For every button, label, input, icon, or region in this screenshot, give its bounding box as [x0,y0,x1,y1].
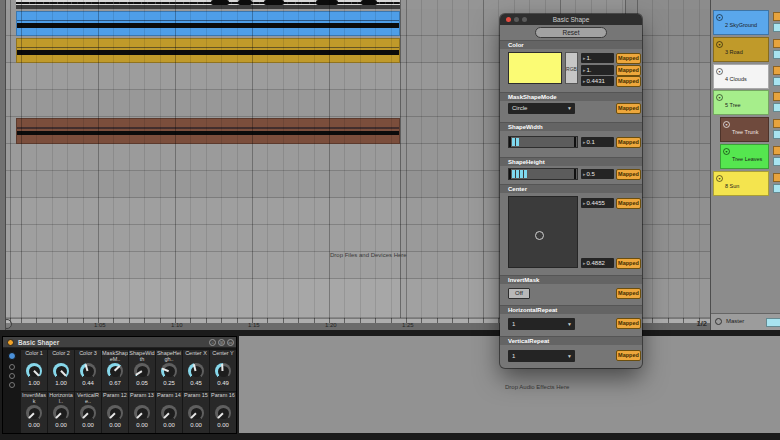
horizontal-repeat-dropdown[interactable]: 1▼ [508,318,575,330]
center-x-field[interactable]: ▸0.4455 [581,198,614,208]
mapped-button[interactable]: Mapped [616,76,641,87]
mapped-button[interactable]: Mapped [616,318,641,329]
track-header-tree-leaves[interactable]: ▾Tree Leaves [711,144,780,170]
master-pan-box[interactable] [766,318,780,327]
knob-horizontal-repeat[interactable]: Horizontal..0.00 [48,392,74,433]
knob-shape-width[interactable]: ShapeWidth0.05 [129,350,155,391]
track-fold-icon[interactable]: ▾ [723,148,730,155]
shape-height-field[interactable]: ▸0.5 [581,169,614,179]
knob-dial[interactable] [107,405,123,421]
audio-clip-tree-trunk[interactable] [16,118,400,144]
knob-param-16[interactable]: Param 160.00 [210,392,236,433]
track-pan-box[interactable] [773,50,780,59]
track-fold-icon[interactable]: ▾ [716,175,723,182]
track-pan-box[interactable] [773,130,780,139]
rgb-mode-bar[interactable]: RGB [565,52,578,84]
param-bank-icon[interactable] [9,382,15,388]
mapped-button[interactable]: Mapped [616,53,641,64]
knob-dial[interactable] [188,363,204,379]
plugin-title-bar[interactable]: Basic Shape [500,14,642,25]
device-fold-icon[interactable]: ▭ [227,339,234,346]
device-save-icon[interactable]: ◎ [218,339,225,346]
mapped-button[interactable]: Mapped [616,137,641,148]
track-fold-icon[interactable]: ▾ [716,14,723,21]
device-hotswap-icon[interactable]: ○ [209,339,216,346]
track-header-sun[interactable]: ▾8 Sun [711,171,780,197]
device-title-bar[interactable]: Basic Shaper ○ ◎ ▭ [3,337,236,348]
knob-dial[interactable] [215,363,231,379]
track-header-road[interactable]: ▾3 Road [711,37,780,63]
device-activator-icon[interactable] [7,339,14,346]
knob-color-3[interactable]: Color 30.44 [75,350,101,391]
shape-width-field[interactable]: ▸0.1 [581,137,614,147]
knob-param-14[interactable]: Param 140.00 [156,392,182,433]
waveform-overview[interactable] [16,0,400,9]
track-pan-box[interactable] [773,103,780,112]
mapped-button[interactable]: Mapped [616,288,641,299]
center-xy-pad[interactable] [508,196,578,268]
knob-dial[interactable] [161,363,177,379]
knob-dial[interactable] [134,363,150,379]
track-volume-box[interactable] [773,66,780,75]
audio-clip-road[interactable] [16,38,400,63]
track-volume-box[interactable] [773,39,780,48]
mapped-button[interactable]: Mapped [616,103,641,114]
color-g-field[interactable]: ▸1. [581,65,614,75]
invert-mask-toggle[interactable]: Off [508,288,530,299]
mapped-button[interactable]: Mapped [616,258,641,269]
master-track-header[interactable]: Master [711,313,780,330]
vertical-repeat-dropdown[interactable]: 1▼ [508,350,575,362]
track-volume-box[interactable] [773,119,780,128]
xy-position-marker[interactable] [535,231,544,240]
track-volume-box[interactable] [773,12,780,21]
knob-vertical-repeat[interactable]: VerticalRe..0.00 [75,392,101,433]
mapped-button[interactable]: Mapped [616,65,641,76]
knob-dial[interactable] [26,405,42,421]
track-header-tree-trunk[interactable]: ▾Tree Trunk [711,117,780,143]
knob-invert-mask[interactable]: InvertMask0.00 [21,392,47,433]
track-fold-icon[interactable]: ▾ [716,41,723,48]
knob-dial[interactable] [26,363,42,379]
track-fold-icon[interactable]: ▾ [716,94,723,101]
track-fold-icon[interactable]: ▾ [716,68,723,75]
knob-dial[interactable] [161,405,177,421]
shape-width-slider[interactable] [508,136,578,148]
knob-color-2[interactable]: Color 21.00 [48,350,74,391]
knob-dial[interactable] [215,405,231,421]
knob-param-15[interactable]: Param 150.00 [183,392,209,433]
knob-color-1[interactable]: Color 11.00 [21,350,47,391]
knob-dial[interactable] [134,405,150,421]
knob-dial[interactable] [80,363,96,379]
track-header-tree[interactable]: ▾5 Tree [711,90,780,116]
track-pan-box[interactable] [773,23,780,32]
track-pan-box[interactable] [773,184,780,193]
knob-dial[interactable] [80,405,96,421]
reset-button[interactable]: Reset [535,27,607,38]
audio-clip-skyground[interactable] [16,11,400,36]
knob-mask-shape-mode[interactable]: MaskShapeM..0.67 [102,350,128,391]
track-volume-box[interactable] [773,92,780,101]
mask-shape-mode-dropdown[interactable]: Circle▼ [508,103,575,114]
track-pan-box[interactable] [773,77,780,86]
mapped-button[interactable]: Mapped [616,198,641,209]
mapped-button[interactable]: Mapped [616,350,641,361]
center-y-field[interactable]: ▸0.4882 [581,258,614,268]
track-header-clouds[interactable]: ▾4 Clouds [711,64,780,90]
color-swatch[interactable] [508,52,562,84]
track-pan-box[interactable] [773,157,780,166]
map-mode-icon[interactable] [8,352,16,360]
knob-dial[interactable] [188,405,204,421]
track-volume-box[interactable] [773,146,780,155]
track-header-skyground[interactable]: ▾2 SkyGround [711,10,780,36]
knob-center-x[interactable]: Center X0.45 [183,350,209,391]
vertical-zoom-strip[interactable] [0,0,6,330]
knob-dial[interactable] [107,363,123,379]
knob-center-y[interactable]: Center Y0.49 [210,350,236,391]
shape-height-slider[interactable] [508,168,578,180]
color-r-field[interactable]: ▸1. [581,53,614,63]
knob-dial[interactable] [53,405,69,421]
param-bank-icon[interactable] [9,364,15,370]
knob-dial[interactable] [53,363,69,379]
knob-param-12[interactable]: Param 120.00 [102,392,128,433]
mapped-button[interactable]: Mapped [616,169,641,180]
